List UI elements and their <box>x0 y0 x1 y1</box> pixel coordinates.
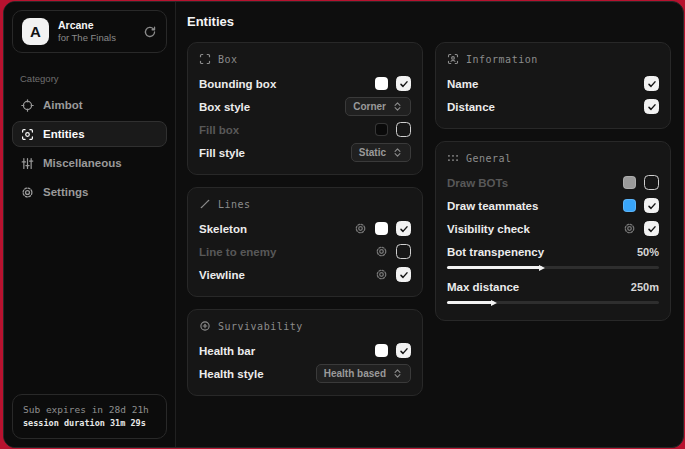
sidebar-item-label: Entities <box>43 128 85 140</box>
row-label: Fill box <box>199 124 239 136</box>
sidebar-nav: Aimbot Entities Miscellaneous <box>4 92 175 205</box>
row-distance: Distance <box>447 95 659 118</box>
panel-title: Information <box>466 54 538 65</box>
bot-transparency-value: 50% <box>637 246 659 258</box>
row-health-bar: Health bar <box>199 339 411 362</box>
subscription-info-box: Sub expires in 28d 21h session duration … <box>12 394 167 439</box>
panel-information: Information Name Distance <box>435 42 671 129</box>
panel-box-header: Box <box>199 53 411 65</box>
line-to-enemy-settings-gear-icon[interactable] <box>375 245 388 258</box>
box-style-dropdown[interactable]: Corner <box>345 97 411 116</box>
row-health-style: Health style Health based <box>199 362 411 385</box>
checkbox-fill-box[interactable] <box>396 122 411 137</box>
dropdown-value: Health based <box>324 368 386 379</box>
row-box-style: Box style Corner <box>199 95 411 118</box>
panel-title: Lines <box>218 199 251 210</box>
row-visibility-check: Visibility check <box>447 217 659 240</box>
slider-fill <box>447 301 494 304</box>
color-swatch[interactable] <box>623 199 636 212</box>
row-viewline: Viewline <box>199 263 411 286</box>
row-label: Viewline <box>199 269 245 281</box>
panel-lines: Lines Skeleton <box>187 187 423 297</box>
panel-general: General Draw BOTs Draw teammates <box>435 141 671 321</box>
panel-survivability: Survivability Health bar Health style <box>187 309 423 396</box>
checkbox-viewline[interactable] <box>396 267 411 282</box>
sidebar-item-label: Settings <box>43 186 88 198</box>
row-fill-style: Fill style Static <box>199 141 411 164</box>
row-label: Box style <box>199 101 250 113</box>
color-swatch[interactable] <box>623 176 636 189</box>
health-style-dropdown[interactable]: Health based <box>316 364 411 383</box>
checkbox-line-to-enemy[interactable] <box>396 244 411 259</box>
slider-track <box>447 301 659 304</box>
sliders-icon <box>21 157 34 170</box>
panel-information-header: Information <box>447 53 659 65</box>
slider-fill <box>447 266 542 269</box>
chevrons-up-down-icon <box>392 147 403 158</box>
checkbox-name[interactable] <box>644 76 659 91</box>
panel-title: Survivability <box>218 321 303 332</box>
row-label: Line to enemy <box>199 246 276 258</box>
row-label: Health style <box>199 368 264 380</box>
refresh-icon[interactable] <box>143 25 157 39</box>
dropdown-value: Corner <box>353 101 386 112</box>
row-label: Bot transpenency <box>447 246 544 258</box>
row-name: Name <box>447 72 659 95</box>
grid-dots-icon <box>447 152 459 164</box>
app-subtitle: for The Finals <box>58 32 134 44</box>
visibility-settings-gear-icon[interactable] <box>623 222 636 235</box>
color-swatch[interactable] <box>375 123 388 136</box>
bot-transparency-slider[interactable] <box>447 262 659 275</box>
row-draw-bots: Draw BOTs <box>447 171 659 194</box>
session-duration-text: session duration 31m 29s <box>23 417 156 430</box>
checkbox-draw-teammates[interactable] <box>644 198 659 213</box>
sidebar-item-miscellaneous[interactable]: Miscellaneous <box>12 150 167 176</box>
viewline-settings-gear-icon[interactable] <box>375 268 388 281</box>
row-label: Name <box>447 78 478 90</box>
checkbox-health-bar[interactable] <box>396 343 411 358</box>
sidebar-item-label: Aimbot <box>43 99 83 111</box>
checkbox-draw-bots[interactable] <box>644 175 659 190</box>
sidebar: A Arcane for The Finals Category Aimbot <box>4 2 176 447</box>
dropdown-value: Static <box>359 147 386 158</box>
row-label: Draw teammates <box>447 200 538 212</box>
color-swatch[interactable] <box>375 77 388 90</box>
color-swatch[interactable] <box>375 222 388 235</box>
row-line-to-enemy: Line to enemy <box>199 240 411 263</box>
profile-card: A Arcane for The Finals <box>12 10 167 53</box>
max-distance-slider[interactable] <box>447 297 659 310</box>
row-draw-teammates: Draw teammates <box>447 194 659 217</box>
slider-thumb[interactable] <box>539 265 545 271</box>
sub-expires-text: Sub expires in 28d 21h <box>23 403 156 417</box>
slider-thumb[interactable] <box>491 300 497 306</box>
fill-style-dropdown[interactable]: Static <box>351 143 411 162</box>
row-bounding-box: Bounding box <box>199 72 411 95</box>
profile-text: Arcane for The Finals <box>58 19 134 44</box>
category-label: Category <box>20 73 175 84</box>
sidebar-item-entities[interactable]: Entities <box>12 121 167 147</box>
sidebar-item-settings[interactable]: Settings <box>12 179 167 205</box>
sidebar-item-aimbot[interactable]: Aimbot <box>12 92 167 118</box>
row-fill-box: Fill box <box>199 118 411 141</box>
chevrons-up-down-icon <box>392 368 403 379</box>
panel-box: Box Bounding box Box style <box>187 42 423 175</box>
right-column: Information Name Distance <box>435 42 671 321</box>
sidebar-item-label: Miscellaneous <box>43 157 122 169</box>
chevrons-up-down-icon <box>392 101 403 112</box>
entities-scan-icon <box>21 128 34 141</box>
checkbox-distance[interactable] <box>644 99 659 114</box>
checkbox-bounding-box[interactable] <box>396 76 411 91</box>
main-content: Entities Box Bounding box <box>176 2 683 447</box>
panel-survivability-header: Survivability <box>199 320 411 332</box>
row-label: Draw BOTs <box>447 177 508 189</box>
page-title: Entities <box>187 14 671 29</box>
app-title: Arcane <box>58 19 134 32</box>
panel-title: General <box>466 153 512 164</box>
skeleton-settings-gear-icon[interactable] <box>354 222 367 235</box>
max-distance-value: 250m <box>631 281 659 293</box>
checkbox-visibility-check[interactable] <box>644 221 659 236</box>
checkbox-skeleton[interactable] <box>396 221 411 236</box>
row-label: Fill style <box>199 147 245 159</box>
color-swatch[interactable] <box>375 344 388 357</box>
row-label: Visibility check <box>447 223 530 235</box>
